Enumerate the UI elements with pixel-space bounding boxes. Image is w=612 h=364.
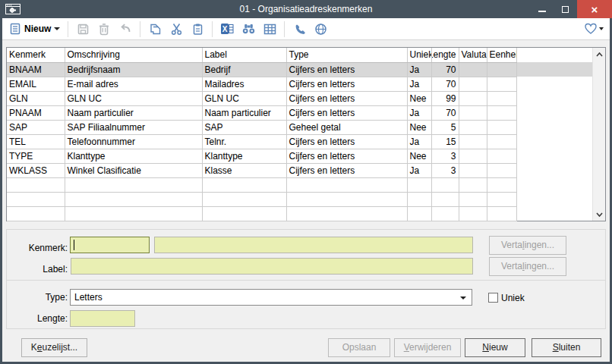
kenmerk-description-input[interactable] [154,237,473,253]
vertalingen-kenmerk-button[interactable]: Vertalingen... [489,236,566,255]
kenmerk-input[interactable] [70,237,150,253]
cell: Ja [407,105,431,120]
cell [459,105,487,120]
paste-icon [191,23,204,36]
toolbar-separator [140,21,140,37]
grid-view-button[interactable] [260,20,279,38]
column-header-type[interactable]: Type [286,48,407,62]
search-button[interactable] [239,20,257,38]
cell: Ja [407,134,431,149]
cell [459,206,487,221]
delete-button[interactable] [95,20,113,38]
close-button[interactable]: × [577,0,612,18]
scroll-up-button[interactable] [593,48,606,61]
favorites-group[interactable] [584,23,607,35]
maximize-icon [562,6,569,13]
cell: 15 [431,134,459,149]
chevron-down-icon [54,27,60,30]
column-header-omschrijving[interactable]: Omschrijving [65,48,202,62]
uniek-checkbox[interactable] [488,293,498,303]
lengte-input[interactable] [70,310,135,327]
verwijderen-button[interactable]: Verwijderen [394,338,461,357]
cell: Ja [407,62,431,77]
button-label: uzelijst... [43,342,78,353]
table-row[interactable]: EMAILE-mail adresMailadresCijfers en let… [7,77,592,91]
cell [459,62,487,77]
filler-cell [516,77,592,91]
cell [487,62,516,77]
label-field-label: Label: [7,261,68,278]
uniek-checkbox-label: Uniek [501,293,525,303]
kenmerk-field-label: Kenmerk: [7,240,68,256]
vertalingen-label-button[interactable]: Vertalingen... [489,257,566,276]
toolbar-new-button[interactable]: Nieuw [5,21,64,36]
undo-button[interactable] [116,20,134,38]
cell: GLN UC [202,91,286,105]
paste-button[interactable] [188,20,207,38]
cell [487,163,516,177]
cell [487,105,516,120]
cell: Cijfers en letters [286,62,407,77]
cell [487,91,516,105]
keuzelijst-button[interactable]: Keuzelijst... [21,338,87,357]
save-button[interactable] [74,20,92,38]
empty-table-row[interactable] [7,192,592,206]
new-document-icon [9,23,21,35]
button-label: ingen... [525,261,554,271]
text-cursor [74,240,74,250]
column-header-kenmerk[interactable]: Kenmerk [7,48,65,62]
button-label: ieuw [489,342,508,353]
excel-export-button[interactable]: X [218,20,236,38]
cell: TEL [7,134,65,149]
cell [202,192,286,206]
table-row[interactable]: WKLASSWinkel ClasificatieKlasseCijfers e… [7,163,592,177]
minimize-icon [538,11,546,12]
column-header-label[interactable]: Label [202,48,286,62]
cell: Bedrijf [202,62,286,77]
opslaan-button[interactable]: Opslaan [328,338,390,357]
chevron-down-icon [596,212,603,217]
type-dropdown[interactable]: Letters [70,289,472,306]
table-row[interactable]: GLNGLN UCGLN UCCijfers en lettersNee99 [7,91,592,105]
column-header-uniek[interactable]: Uniek [407,48,431,62]
table-row[interactable]: BNAAMBedrijfsnaamBedrijfCijfers en lette… [7,62,592,77]
table-row[interactable]: TYPEKlanttypeKlanttypeCijfers en letters… [7,149,592,163]
filler-cell [516,177,592,192]
cut-button[interactable] [167,20,185,38]
column-header-valuta[interactable]: Valuta [459,48,487,62]
cell: Cijfers en letters [286,91,407,105]
label-input[interactable] [71,258,473,275]
cell [487,192,516,206]
table-row[interactable]: SAPSAP FiliaalnummerSAPGeheel getalNee5 [7,120,592,134]
cell [487,177,516,192]
vertical-scrollbar[interactable] [592,48,605,221]
table-row[interactable]: TELTelefoonnummerTelnr.Cijfers en letter… [7,134,592,149]
phone-button[interactable] [290,20,308,38]
column-header-eenheid[interactable]: Eenheid [487,48,516,62]
column-header-lengte[interactable]: Lengte [431,48,459,62]
type-dropdown-value: Letters [74,292,103,303]
button-label: ingen... [525,240,554,250]
cell [7,192,65,206]
column-header-filler [516,48,592,62]
table-row[interactable]: PNAAMNaam particulierNaam particulierCij… [7,105,592,120]
sluiten-button[interactable]: Sluiten [532,338,601,357]
maximize-button[interactable] [554,0,577,18]
globe-button[interactable] [311,20,330,38]
cell [65,177,202,192]
button-label: luiten [559,342,581,353]
cell [487,134,516,149]
cell: BNAAM [7,62,65,77]
empty-table-row[interactable] [7,177,592,192]
minimize-button[interactable] [530,0,554,18]
nieuw-button[interactable]: Nieuw [465,338,525,357]
cell [7,177,65,192]
cell [431,206,459,221]
cell: 3 [431,163,459,177]
empty-table-row[interactable] [7,206,592,221]
scroll-down-button[interactable] [593,208,606,221]
cell [459,163,487,177]
toolbar-separator [212,21,213,37]
copy-button[interactable] [146,20,164,38]
table-header-row: Kenmerk Omschrijving Label Type Uniek Le… [7,48,592,62]
